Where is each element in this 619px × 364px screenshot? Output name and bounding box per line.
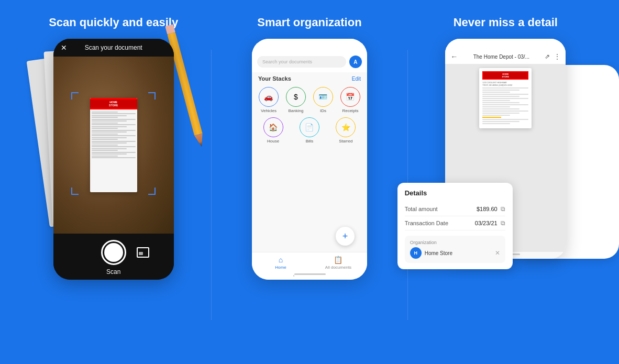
org-card-item: H Home Store ✕ [410,247,500,259]
org-spacer [252,148,367,227]
section-organize: Smart organization Search your documents… [217,16,402,354]
receipt-document: HOMESTORE 123 COOLEST HIGHWAYTROY, MI 48… [479,68,532,128]
docs-nav-icon: 📋 [334,256,342,264]
corner-tr [148,92,156,100]
main-container: Scan quickly and easily ✕ Scan your docu… [0,0,619,364]
gallery-icon[interactable] [137,247,149,258]
house-label: House [267,139,279,144]
nav-all-docs[interactable]: 📋 All documents [310,256,367,270]
banking-label: Banking [289,108,304,113]
remove-org-icon[interactable]: ✕ [495,249,500,257]
org-card: Organization H Home Store ✕ [405,236,505,263]
pencil-tip [194,134,206,148]
shutter-inner [104,243,123,262]
total-label: Total amount [405,206,438,212]
copy-date-icon[interactable]: ⧉ [501,219,505,227]
scan-title: Scan quickly and easily [49,16,178,29]
stack-receipts[interactable]: 📅 Receipts [339,87,362,113]
shutter-button[interactable] [101,240,126,265]
receipts-icon: 📅 [340,87,360,107]
more-icon[interactable]: ⋮ [554,53,560,60]
total-value: $189.60 [477,206,498,212]
doc-title: The Home Depot - 03/... [473,54,529,60]
stacks-grid-row2: 🏠 House 📄 Bills ⭐ Starred [252,117,367,148]
receipt-highlight [482,117,501,118]
home-nav-icon: ⌂ [279,256,283,264]
home-nav-label: Home [275,265,286,270]
corner-br [148,187,156,195]
receipt-logo: HOMESTORE [90,98,137,109]
org-search-bar: Search your documents A [252,51,367,72]
scan-header: ✕ Scan your document [53,39,174,57]
org-card-label: Organization [410,240,500,245]
total-row: Total amount $189.60 ⧉ [405,202,505,216]
edit-link[interactable]: Edit [352,76,361,82]
org-name: Home Store [425,250,452,256]
scan-wrapper: ✕ Scan your document HOMESTORE [53,39,174,280]
stack-house[interactable]: 🏠 House [257,117,289,144]
date-label: Transaction Date [405,220,448,226]
vehicles-label: Vehicles [261,108,277,113]
copy-total-icon[interactable]: ⧉ [501,205,505,213]
scan-viewfinder: HOMESTORE [53,57,174,234]
stack-ids[interactable]: 🪪 IDs [312,87,335,113]
section-details: Never miss a detail ← The Home Depot - 0… [413,16,598,354]
add-fab[interactable]: + [336,227,355,246]
stack-vehicles[interactable]: 🚗 Vehicles [257,87,280,113]
date-row: Transaction Date 03/23/21 ⧉ [405,216,505,230]
org-home-indicator: ‹ [252,272,367,280]
banking-icon: $ [286,87,306,107]
stacks-grid-row1: 🚗 Vehicles $ Banking 🪪 IDs 📅 Receipts [252,83,367,117]
scan-bottom: Scan [53,234,174,280]
user-avatar[interactable]: A [349,56,362,68]
nav-home[interactable]: ⌂ Home [252,256,310,270]
detail-actions: ⇗ ⋮ [545,53,560,60]
corner-bl [71,187,79,195]
org-bottom-nav: ⌂ Home 📋 All documents [252,252,367,272]
house-icon: 🏠 [263,117,283,137]
scan-button-label: Scan [106,268,120,275]
section-scan: Scan quickly and easily ✕ Scan your docu… [21,16,206,354]
fab-container: + [252,227,367,252]
total-value-container: $189.60 ⧉ [477,205,505,213]
receipts-label: Receipts [342,108,358,113]
scan-phone: ✕ Scan your document HOMESTORE [53,39,174,280]
stacks-label: Your Stacks [258,75,291,82]
details-title: Never miss a detail [454,16,558,29]
starred-label: Starred [339,139,352,144]
divider-1 [211,50,212,320]
receipt-lines [90,109,137,160]
receipt-address: 123 COOLEST HIGHWAYTROY, MI 48084 (248)3… [482,81,528,86]
stack-starred[interactable]: ⭐ Starred [330,117,362,144]
organize-title: Smart organization [257,16,361,29]
bills-label: Bills [306,139,314,144]
details-card: Details Total amount $189.60 ⧉ Transacti… [397,183,513,269]
back-button[interactable]: ← [450,52,458,61]
organize-phone: Search your documents A Your Stacks Edit… [252,39,367,280]
share-icon[interactable]: ⇗ [545,53,550,60]
detail-status-bar [445,39,566,49]
docs-nav-label: All documents [325,265,351,270]
date-value-container: 03/23/21 ⧉ [475,219,505,227]
stack-bills[interactable]: 📄 Bills [293,117,325,144]
starred-icon: ⭐ [336,117,356,137]
stack-banking[interactable]: $ Banking [284,87,307,113]
home-bar [294,273,326,275]
receipt-preview: HOMESTORE [90,98,137,192]
org-status-bar [252,39,367,51]
search-input[interactable]: Search your documents [257,56,346,68]
details-card-title: Details [405,189,505,197]
receipt-doc-logo: HOMESTORE [482,71,528,80]
scan-header-title: Scan your document [85,44,142,51]
corner-tl [71,92,79,100]
close-icon[interactable]: ✕ [61,43,67,52]
ids-icon: 🪪 [313,87,333,107]
detail-top-bar: ← The Home Depot - 03/... ⇗ ⋮ [445,49,566,64]
org-avatar: H [410,247,422,259]
scan-controls [53,240,174,265]
stacks-header: Your Stacks Edit [252,72,367,83]
bills-icon: 📄 [300,117,319,137]
vehicles-icon: 🚗 [259,87,279,107]
date-value: 03/23/21 [475,220,498,226]
detail-phones-wrapper: ← The Home Depot - 03/... ⇗ ⋮ HOMESTORE … [413,39,598,259]
